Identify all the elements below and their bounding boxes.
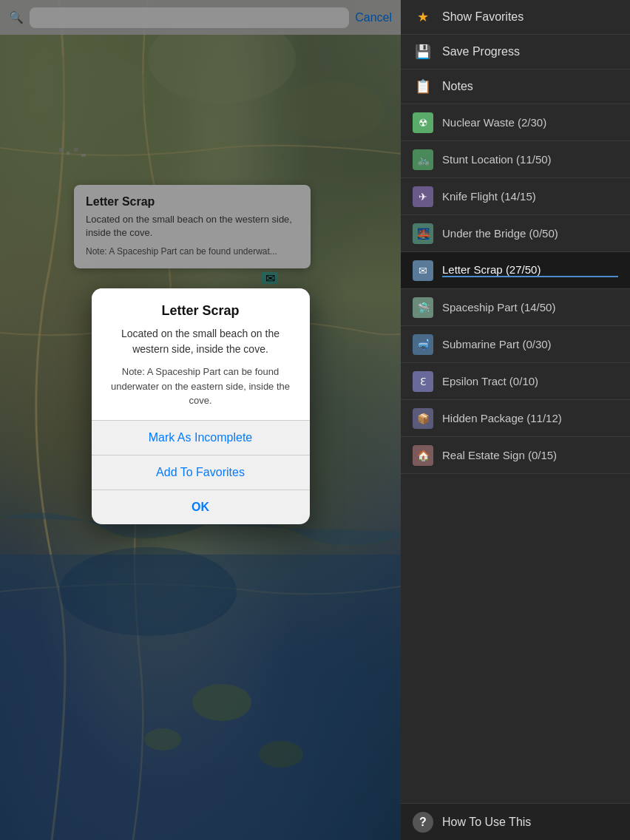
help-icon: ? [413, 812, 433, 833]
mark-incomplete-button[interactable]: Mark As Incomplete [92, 421, 310, 455]
hidden-package-icon: 📦 [413, 408, 433, 429]
save-icon: 💾 [413, 41, 433, 62]
sidebar-item-stunt-location[interactable]: 🚲Stunt Location (11/50) [401, 141, 630, 178]
sidebar-item-real-estate-sign[interactable]: 🏠Real Estate Sign (0/15) [401, 437, 630, 474]
stunt-location-label: Stunt Location (11/50) [442, 153, 618, 166]
under-the-bridge-icon: 🌉 [413, 223, 433, 244]
hidden-package-label: Hidden Package (11/12) [442, 412, 618, 424]
notes-icon: 📋 [413, 76, 433, 97]
sidebar: ★ Show Favorites 💾 Save Progress 📋 Notes… [401, 0, 630, 840]
real-estate-sign-icon: 🏠 [413, 445, 433, 466]
under-the-bridge-label: Under the Bridge (0/50) [442, 227, 618, 240]
modal-content: Letter Scrap Located on the small beach … [92, 288, 310, 420]
how-to-use-label: How To Use This [442, 816, 531, 829]
sidebar-item-notes[interactable]: 📋 Notes [401, 70, 630, 104]
epsilon-tract-label: Epsilon Tract (0/10) [442, 375, 618, 387]
letter-scrap-modal: Letter Scrap Located on the small beach … [92, 288, 310, 524]
show-favorites-label: Show Favorites [442, 10, 524, 24]
submarine-part-icon: 🤿 [413, 334, 433, 355]
save-progress-label: Save Progress [442, 45, 520, 58]
sidebar-item-how-to-use[interactable]: ? How To Use This [401, 803, 630, 840]
knife-flight-icon: ✈ [413, 186, 433, 207]
star-icon: ★ [413, 7, 433, 27]
ok-button[interactable]: OK [92, 490, 310, 524]
sidebar-item-letter-scrap[interactable]: ✉Letter Scrap (27/50) [401, 252, 630, 289]
letter-scrap-label: Letter Scrap (27/50) [442, 263, 618, 277]
letter-scrap-icon: ✉ [413, 260, 433, 281]
sidebar-item-submarine-part[interactable]: 🤿Submarine Part (0/30) [401, 326, 630, 363]
sidebar-item-hidden-package[interactable]: 📦Hidden Package (11/12) [401, 400, 630, 437]
modal-overlay: Letter Scrap Located on the small beach … [0, 0, 401, 840]
modal-note: Note: A Spaceship Part can be found unde… [106, 365, 295, 408]
real-estate-sign-label: Real Estate Sign (0/15) [442, 449, 618, 461]
sidebar-item-show-favorites[interactable]: ★ Show Favorites [401, 0, 630, 35]
nuclear-waste-label: Nuclear Waste (2/30) [442, 116, 618, 129]
add-to-favorites-button[interactable]: Add To Favorites [92, 455, 310, 490]
sidebar-item-under-the-bridge[interactable]: 🌉Under the Bridge (0/50) [401, 215, 630, 252]
sidebar-item-spaceship-part[interactable]: 🛸Spaceship Part (14/50) [401, 289, 630, 326]
sidebar-item-save-progress[interactable]: 💾 Save Progress [401, 35, 630, 70]
spaceship-part-label: Spaceship Part (14/50) [442, 301, 618, 314]
stunt-location-icon: 🚲 [413, 149, 433, 170]
knife-flight-label: Knife Flight (14/15) [442, 190, 618, 203]
submarine-part-label: Submarine Part (0/30) [442, 338, 618, 350]
spaceship-part-icon: 🛸 [413, 297, 433, 318]
epsilon-tract-icon: Ɛ [413, 371, 433, 392]
sidebar-item-nuclear-waste[interactable]: ☢Nuclear Waste (2/30) [401, 104, 630, 141]
modal-description: Located on the small beach on the wester… [106, 326, 295, 357]
sidebar-item-knife-flight[interactable]: ✈Knife Flight (14/15) [401, 178, 630, 215]
category-list: ☢Nuclear Waste (2/30)🚲Stunt Location (11… [401, 104, 630, 803]
sidebar-item-epsilon-tract[interactable]: ƐEpsilon Tract (0/10) [401, 363, 630, 400]
notes-label: Notes [442, 80, 473, 93]
nuclear-waste-icon: ☢ [413, 112, 433, 133]
modal-title: Letter Scrap [106, 303, 295, 319]
